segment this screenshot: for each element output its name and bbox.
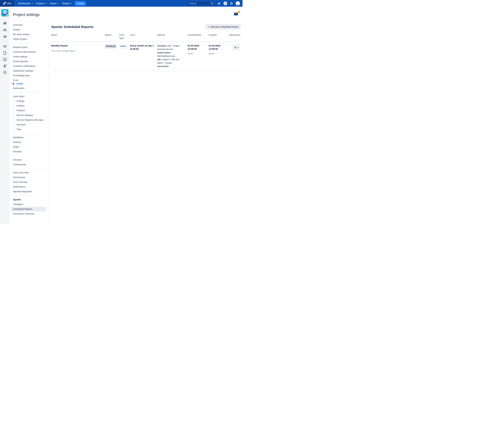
nav-divider	[11, 133, 46, 134]
menu-projects[interactable]: Projects	[34, 0, 48, 7]
sidebar-item-priorities[interactable]: Priorities	[11, 149, 46, 154]
report-name[interactable]: Monthly Report	[51, 44, 102, 47]
gear-icon: ⚙	[234, 46, 237, 49]
template-label: Template:	[157, 45, 167, 47]
feedback-count-badge: 1	[238, 11, 240, 13]
portal-status-badge	[6, 14, 9, 17]
chevron-down-icon	[71, 2, 72, 4]
customers-icon[interactable]	[2, 26, 8, 33]
output-name-label: Output Name:	[157, 51, 171, 54]
invite-team-icon[interactable]	[2, 63, 8, 69]
sidebar-item-portal-settings[interactable]: Portal settings	[11, 54, 46, 59]
customer-portal-icon[interactable]	[2, 56, 8, 63]
column-header-name: Name	[51, 33, 105, 41]
user-avatar[interactable]	[236, 1, 240, 6]
reports-icon[interactable]	[2, 33, 8, 40]
column-header-created: Created	[209, 33, 229, 41]
sidebar-item-notifications[interactable]: Notifications	[11, 184, 46, 189]
jira-logo-icon	[3, 2, 6, 5]
sidebar-item-problem[interactable]: Problem	[14, 108, 46, 113]
project-avatar[interactable]	[1, 9, 8, 16]
settings-gear-icon[interactable]: ⚙	[230, 2, 233, 5]
queues-icon[interactable]	[2, 20, 8, 26]
raise-request-icon[interactable]	[2, 43, 8, 50]
project-settings-nav: Summary Details Re-index project Delete …	[10, 20, 48, 224]
sidebar-item-users-and-roles[interactable]: Users and roles	[11, 170, 46, 175]
sidebar-item-customer-permissions[interactable]: Customer permissions	[11, 50, 46, 54]
operations-menu-button[interactable]: ⚙	[232, 44, 241, 51]
menu-dashboards[interactable]: Dashboards	[16, 0, 34, 7]
last-modified-date: 01-04-2019	[188, 44, 206, 47]
main-content: Xporter Scheduled Reports + Add New Sche…	[48, 20, 242, 224]
sidebar-item-screens[interactable]: Screens	[11, 140, 46, 145]
document-icon[interactable]	[2, 50, 8, 56]
sidebar-item-email-requests[interactable]: Email requests	[11, 59, 46, 64]
cell-name: Monthly Report This is the monthly repor…	[51, 42, 105, 72]
sidebar-item-satisfaction-settings[interactable]: Satisfaction settings	[11, 69, 46, 73]
sidebar-item-slas[interactable]: SLAs	[11, 78, 46, 83]
column-header-last-modified: Last Modified	[188, 33, 209, 41]
create-button[interactable]: Create	[75, 1, 86, 6]
sidebar-item-issue-security[interactable]: Issue Security	[11, 180, 46, 184]
sidebar-item-change[interactable]: Change	[14, 99, 46, 104]
feedback-bubble-icon[interactable]: ! 1	[234, 12, 239, 17]
monitor-icon	[7, 15, 9, 16]
jira-logo-text: Jira	[7, 2, 11, 5]
sidebar-item-details[interactable]: Details	[11, 27, 46, 32]
announcement-icon[interactable]	[217, 2, 221, 5]
sidebar-item-service-request[interactable]: Service Request	[14, 113, 46, 118]
top-navbar: Jira Dashboards Projects Issues Boards C…	[0, 0, 242, 7]
cell-operations: ⚙	[229, 42, 241, 72]
sidebar-item-versions[interactable]: Versions	[11, 158, 46, 162]
sidebar-item-scheduled-reports[interactable]: Scheduled Reports	[11, 207, 46, 211]
discover-icon[interactable]	[2, 69, 8, 76]
search-icon[interactable]	[211, 2, 213, 5]
slas-update-link[interactable]: ! Update	[10, 82, 48, 86]
sidebar-item-templates[interactable]: Templates	[11, 202, 46, 207]
sidebar-item-permissions[interactable]: Permissions	[11, 175, 46, 180]
sidebar-item-workflows[interactable]: Workflows	[11, 135, 46, 140]
sidebar-item-issue-types[interactable]: Issue types	[11, 94, 46, 99]
chevron-down-icon	[32, 2, 33, 4]
sidebar-item-components[interactable]: Components	[11, 162, 46, 167]
output-name-value: MonthlyReport.xlsx	[157, 55, 175, 57]
sidebar-item-reindex-project[interactable]: Re-index project	[11, 32, 46, 37]
sidebar-item-service-request-approvals[interactable]: Service Request with Appr...	[14, 118, 46, 122]
sidebar-item-hipchat-integration[interactable]: Hipchat integration	[11, 189, 46, 194]
cell-status: DISABLED	[105, 42, 119, 72]
report-description: This is the monthly report.	[51, 49, 102, 53]
cell-created: 01-04-2019 12:09:56 admin	[209, 42, 229, 72]
sidebar-item-request-types[interactable]: Request types	[11, 45, 46, 50]
cell-cron-type: BASIC	[119, 42, 130, 72]
sidebar-item-sub-task[interactable]: Sub-task	[14, 122, 46, 127]
send-email-label: Send Email	[157, 65, 168, 67]
sidebar-item-knowledge-base[interactable]: Knowledge base	[11, 73, 46, 78]
last-modified-time: 12:09:56	[188, 47, 206, 51]
column-header-cron-type: Cron Type	[119, 33, 130, 41]
chevron-down-icon	[238, 47, 239, 48]
menu-boards[interactable]: Boards	[61, 0, 73, 7]
sidebar-item-customer-notifications[interactable]: Customer notifications	[11, 64, 46, 69]
sidebar-item-fields[interactable]: Fields	[11, 145, 46, 149]
menu-issues[interactable]: Issues	[48, 0, 60, 7]
add-new-scheduled-report-button[interactable]: + Add New Scheduled Report	[206, 24, 241, 29]
update-diamond-icon: !	[12, 82, 15, 85]
sidebar-item-automation[interactable]: Automation	[11, 86, 46, 91]
table-header-row: Name Status Cron Type Cron Options Last …	[51, 33, 241, 42]
created-user: admin	[209, 52, 227, 55]
project-icon-rail	[0, 7, 10, 224]
chevron-down-icon	[45, 2, 47, 4]
sidebar-item-summary[interactable]: Summary	[11, 23, 46, 27]
sidebar-item-permission-schemes[interactable]: Permission Schemes	[11, 211, 46, 216]
search-input[interactable]	[187, 1, 215, 6]
nav-divider	[11, 92, 46, 92]
jql-label: JQL:	[157, 58, 162, 61]
created-date: 01-04-2019	[209, 44, 227, 47]
jira-logo[interactable]: Jira	[0, 0, 14, 7]
plus-icon: +	[208, 26, 209, 28]
sidebar-item-delete-project[interactable]: Delete project	[11, 37, 46, 41]
help-icon[interactable]: ?	[223, 1, 227, 5]
sidebar-item-incident[interactable]: Incident	[14, 104, 46, 108]
sidebar-item-task[interactable]: Task	[14, 127, 46, 132]
chevron-down-icon	[58, 2, 59, 4]
